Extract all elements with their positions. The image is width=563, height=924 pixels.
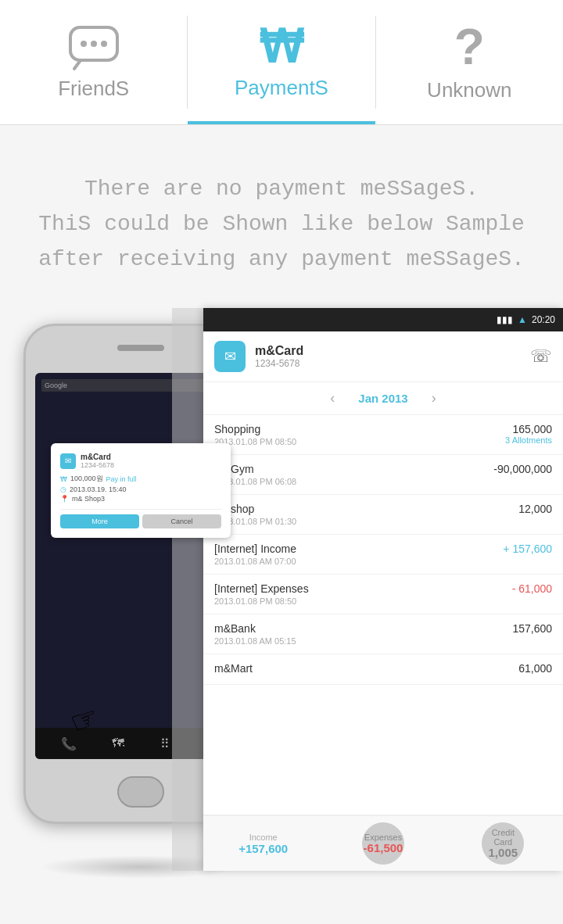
item-amount: 165,000 — [505, 423, 552, 435]
prev-month-button[interactable]: ‹ — [330, 390, 335, 406]
item-name: [Internet] Expenses — [214, 582, 309, 595]
wifi-icon: ▲ — [518, 314, 527, 325]
table-row: m&Bank 2013.01.08 AM 05:15 157,600 — [203, 614, 563, 654]
mockup-area: Google ✉ m&Card 1234-5678 ₩ 100,000원 P — [0, 308, 563, 886]
current-month-label: Jan 2013 — [358, 392, 407, 405]
next-month-button[interactable]: › — [432, 390, 436, 406]
top-navigation: FriendS ₩ PaymentS ? Unknown — [0, 0, 563, 125]
item-amount: 12,000 — [518, 503, 552, 515]
nav-item-friends[interactable]: FriendS — [0, 0, 187, 124]
table-row: [Internet] Expenses 2013.01.08 PM 08:50 … — [203, 575, 563, 614]
notif-number: 1234-5678 — [81, 461, 114, 469]
question-icon: ? — [454, 22, 485, 72]
credit-amount: 1,005 — [489, 846, 518, 859]
detail-card-number: 1234-5678 — [255, 358, 303, 369]
detail-title-group: m&Card 1234-5678 — [255, 344, 303, 369]
item-amount: 157,600 — [512, 622, 552, 635]
pin-icon: 📍 — [60, 495, 69, 503]
table-row: m&Gym 2013.01.08 PM 06:08 -90,000,000 — [203, 455, 563, 495]
phone-notification-card: ✉ m&Card 1234-5678 ₩ 100,000원 Pay in ful… — [51, 443, 231, 538]
svg-point-2 — [91, 41, 97, 47]
empty-line-3: after receiving any payment meSSageS. — [31, 242, 532, 278]
table-row: m&Mart 61,000 — [203, 654, 563, 685]
notif-shop: m& Shop3 — [72, 495, 105, 503]
detail-logo-icon: ✉ — [214, 341, 246, 372]
svg-point-1 — [81, 41, 87, 47]
friends-label: FriendS — [58, 77, 129, 101]
table-row: m&shop 2013.01.08 PM 01:30 12,000 — [203, 495, 563, 535]
item-amount: -90,000,000 — [493, 463, 552, 475]
item-name: m&Mart — [214, 662, 253, 675]
phone-speaker — [117, 345, 164, 351]
signal-icon: ▮▮▮ — [497, 314, 513, 325]
footer-expenses: Expenses -61,500 — [323, 816, 443, 871]
notif-amount: 100,000원 — [70, 474, 103, 484]
credit-label: Credit Card 1,005 — [482, 828, 524, 860]
notif-title: m&Card — [81, 453, 114, 461]
item-name: m&Bank — [214, 622, 296, 635]
empty-line-1: There are no payment meSSageS. — [31, 172, 532, 207]
notif-paytype: Pay in full — [106, 475, 137, 483]
empty-line-2: ThiS could be Shown like below Sample — [31, 207, 532, 242]
detail-footer: Income +157,600 Expenses -61,500 Credit … — [203, 815, 563, 871]
app-detail-panel: ▮▮▮ ▲ 20:20 ✉ m&Card 1234-5678 ☏ ‹ Jan 2… — [203, 308, 563, 871]
phone-home-button[interactable] — [117, 776, 164, 808]
footer-income: Income +157,600 — [203, 816, 323, 871]
item-amount: + 157,600 — [503, 543, 552, 555]
item-date: 2013.01.08 PM 08:50 — [214, 596, 309, 606]
nav-item-unknown[interactable]: ? Unknown — [376, 0, 563, 124]
empty-state-message: There are no payment meSSageS. ThiS coul… — [0, 125, 563, 300]
credit-gear-icon[interactable]: Credit Card 1,005 — [482, 822, 524, 865]
item-date: 2013.01.08 AM 07:00 — [214, 557, 296, 566]
detail-month-navigation: ‹ Jan 2013 › — [203, 382, 563, 415]
clock-icon: ◷ — [60, 485, 66, 493]
call-button[interactable]: ☏ — [530, 346, 552, 367]
item-amount: 61,000 — [518, 662, 552, 675]
expenses-label: Expenses -61,500 — [364, 833, 403, 855]
statusbar-time: 20:20 — [532, 314, 555, 325]
notif-buttons: More Cancel — [60, 509, 221, 528]
detail-statusbar: ▮▮▮ ▲ 20:20 — [203, 308, 563, 331]
item-amount: - 61,000 — [512, 582, 552, 595]
notif-amount-row: ₩ 100,000원 Pay in full — [60, 474, 221, 484]
item-date: 2013.01.08 AM 05:15 — [214, 636, 296, 646]
item-allotment: 3 Allotments — [505, 435, 552, 445]
footer-credit: Credit Card 1,005 — [443, 816, 563, 871]
nav-item-payments[interactable]: ₩ PaymentS — [188, 0, 375, 124]
payments-label: PaymentS — [235, 76, 328, 100]
detail-header: ✉ m&Card 1234-5678 ☏ — [203, 331, 563, 382]
income-amount: +157,600 — [238, 842, 288, 855]
svg-point-3 — [101, 41, 107, 47]
notif-logo: ✉ — [60, 453, 76, 469]
chat-icon — [66, 23, 121, 70]
transaction-list: Shopping 2013.01.08 PM 08:50 165,000 3 A… — [203, 415, 563, 815]
won-icon: ₩ — [259, 24, 303, 70]
notif-date-row: ◷ 2013.03.19. 15:40 — [60, 485, 221, 493]
detail-card-name: m&Card — [255, 344, 303, 358]
item-name: Shopping — [214, 423, 296, 435]
expenses-gear-icon[interactable]: Expenses -61,500 — [362, 822, 404, 865]
expenses-amount: -61,500 — [364, 841, 403, 854]
item-name: [Internet] Income — [214, 543, 296, 555]
more-button[interactable]: More — [60, 514, 139, 528]
income-label: Income — [249, 833, 278, 842]
won-small-icon: ₩ — [60, 475, 67, 483]
table-row: Shopping 2013.01.08 PM 08:50 165,000 3 A… — [203, 415, 563, 455]
notif-date: 2013.03.19. 15:40 — [70, 485, 127, 493]
table-row: [Internet] Income 2013.01.08 AM 07:00 + … — [203, 535, 563, 575]
notif-shop-row: 📍 m& Shop3 — [60, 495, 221, 503]
cancel-button[interactable]: Cancel — [142, 514, 221, 528]
unknown-label: Unknown — [427, 78, 511, 102]
